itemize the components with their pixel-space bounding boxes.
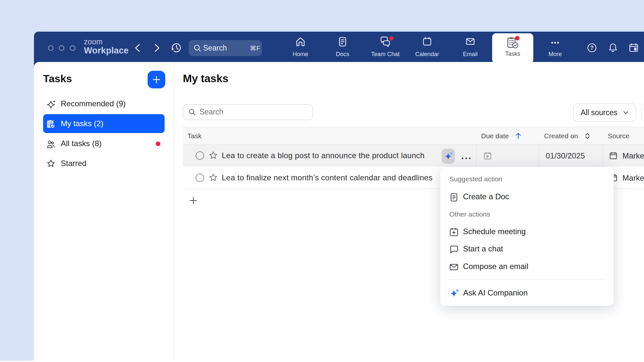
svg-text:?: ? [590,45,594,51]
